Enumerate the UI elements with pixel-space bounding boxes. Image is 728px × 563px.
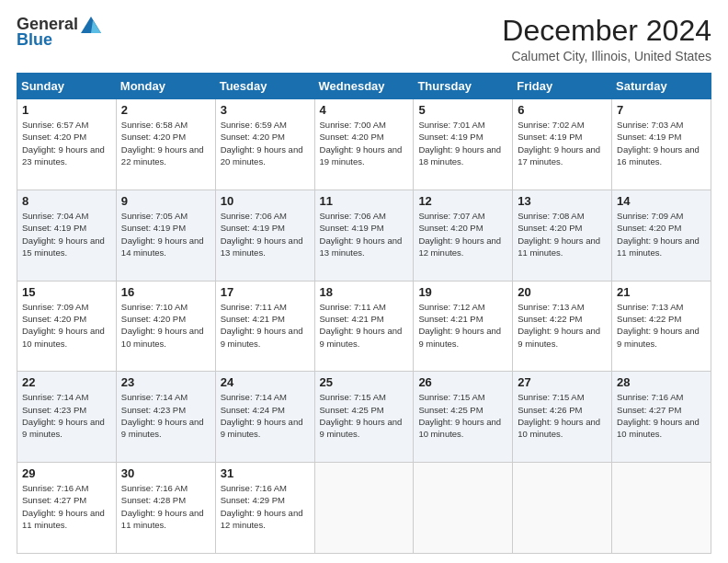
day-number: 5 bbox=[418, 103, 507, 117]
day-number: 21 bbox=[617, 285, 706, 299]
day-number: 20 bbox=[518, 285, 607, 299]
day-number: 16 bbox=[121, 285, 210, 299]
cell-d4: 4 Sunrise: 7:00 AMSunset: 4:20 PMDayligh… bbox=[314, 99, 414, 190]
logo: General Blue bbox=[17, 15, 102, 50]
col-friday: Friday bbox=[513, 74, 612, 99]
col-thursday: Thursday bbox=[414, 74, 513, 99]
cell-d30: 30 Sunrise: 7:16 AMSunset: 4:28 PMDaylig… bbox=[116, 463, 215, 554]
day-number: 8 bbox=[22, 194, 111, 208]
cell-d17: 17 Sunrise: 7:11 AMSunset: 4:21 PMDaylig… bbox=[215, 281, 314, 372]
cell-d10: 10 Sunrise: 7:06 AMSunset: 4:19 PMDaylig… bbox=[215, 190, 314, 281]
day-number: 10 bbox=[221, 194, 310, 208]
cell-d24: 24 Sunrise: 7:14 AMSunset: 4:24 PMDaylig… bbox=[215, 372, 314, 463]
cell-d21: 21 Sunrise: 7:13 AMSunset: 4:22 PMDaylig… bbox=[612, 281, 711, 372]
day-number: 1 bbox=[22, 103, 111, 117]
empty-cell-w4d3 bbox=[314, 463, 414, 554]
cell-d6: 6 Sunrise: 7:02 AMSunset: 4:19 PMDayligh… bbox=[513, 99, 612, 190]
cell-d13: 13 Sunrise: 7:08 AMSunset: 4:20 PMDaylig… bbox=[513, 190, 612, 281]
week-row-4: 22 Sunrise: 7:14 AMSunset: 4:23 PMDaylig… bbox=[17, 372, 711, 463]
week-row-3: 15 Sunrise: 7:09 AMSunset: 4:20 PMDaylig… bbox=[17, 281, 711, 372]
cell-info: Sunrise: 7:15 AMSunset: 4:26 PMDaylight:… bbox=[518, 392, 600, 439]
day-number: 11 bbox=[320, 194, 409, 208]
cell-info: Sunrise: 7:14 AMSunset: 4:23 PMDaylight:… bbox=[22, 392, 105, 439]
day-number: 4 bbox=[320, 103, 409, 117]
title-block: December 2024 Calumet City, Illinois, Un… bbox=[502, 15, 711, 63]
day-number: 29 bbox=[22, 466, 111, 480]
day-number: 22 bbox=[22, 375, 111, 389]
cell-info: Sunrise: 7:14 AMSunset: 4:23 PMDaylight:… bbox=[121, 392, 204, 439]
cell-info: Sunrise: 6:59 AMSunset: 4:20 PMDaylight:… bbox=[221, 120, 303, 167]
empty-cell-w4d6 bbox=[612, 463, 711, 554]
day-number: 31 bbox=[221, 466, 310, 480]
cell-d8: 8 Sunrise: 7:04 AMSunset: 4:19 PMDayligh… bbox=[17, 190, 117, 281]
cell-d19: 19 Sunrise: 7:12 AMSunset: 4:21 PMDaylig… bbox=[414, 281, 513, 372]
cell-info: Sunrise: 7:11 AMSunset: 4:21 PMDaylight:… bbox=[221, 302, 303, 349]
calendar-header-row: Sunday Monday Tuesday Wednesday Thursday… bbox=[17, 74, 711, 99]
cell-d27: 27 Sunrise: 7:15 AMSunset: 4:26 PMDaylig… bbox=[513, 372, 612, 463]
col-wednesday: Wednesday bbox=[314, 74, 414, 99]
cell-info: Sunrise: 7:04 AMSunset: 4:19 PMDaylight:… bbox=[22, 211, 105, 258]
day-number: 15 bbox=[22, 285, 111, 299]
cell-info: Sunrise: 7:00 AMSunset: 4:20 PMDaylight:… bbox=[320, 120, 403, 167]
day-number: 13 bbox=[518, 194, 607, 208]
cell-info: Sunrise: 7:03 AMSunset: 4:19 PMDaylight:… bbox=[617, 120, 700, 167]
cell-d20: 20 Sunrise: 7:13 AMSunset: 4:22 PMDaylig… bbox=[513, 281, 612, 372]
cell-info: Sunrise: 7:02 AMSunset: 4:19 PMDaylight:… bbox=[518, 120, 600, 167]
col-sunday: Sunday bbox=[17, 74, 117, 99]
cell-info: Sunrise: 7:16 AMSunset: 4:27 PMDaylight:… bbox=[617, 392, 700, 439]
day-number: 6 bbox=[518, 103, 607, 117]
cell-d2: 2 Sunrise: 6:58 AMSunset: 4:20 PMDayligh… bbox=[116, 99, 215, 190]
cell-info: Sunrise: 7:10 AMSunset: 4:20 PMDaylight:… bbox=[121, 302, 204, 349]
main-title: December 2024 bbox=[502, 15, 711, 47]
day-number: 9 bbox=[121, 194, 210, 208]
page: General Blue December 2024 Calumet City,… bbox=[0, 0, 728, 563]
day-number: 30 bbox=[121, 466, 210, 480]
cell-d12: 12 Sunrise: 7:07 AMSunset: 4:20 PMDaylig… bbox=[414, 190, 513, 281]
cell-d14: 14 Sunrise: 7:09 AMSunset: 4:20 PMDaylig… bbox=[612, 190, 711, 281]
cell-d29: 29 Sunrise: 7:16 AMSunset: 4:27 PMDaylig… bbox=[17, 463, 117, 554]
week-row-1: 1 Sunrise: 6:57 AMSunset: 4:20 PMDayligh… bbox=[17, 99, 711, 190]
day-number: 12 bbox=[418, 194, 507, 208]
empty-cell-w4d4 bbox=[414, 463, 513, 554]
header: General Blue December 2024 Calumet City,… bbox=[17, 15, 711, 63]
cell-d26: 26 Sunrise: 7:15 AMSunset: 4:25 PMDaylig… bbox=[414, 372, 513, 463]
subtitle: Calumet City, Illinois, United States bbox=[502, 49, 711, 63]
cell-info: Sunrise: 7:16 AMSunset: 4:27 PMDaylight:… bbox=[22, 483, 105, 530]
cell-info: Sunrise: 7:09 AMSunset: 4:20 PMDaylight:… bbox=[22, 302, 105, 349]
day-number: 2 bbox=[121, 103, 210, 117]
logo-blue-text: Blue bbox=[17, 30, 52, 49]
cell-info: Sunrise: 6:57 AMSunset: 4:20 PMDaylight:… bbox=[22, 120, 105, 167]
cell-info: Sunrise: 7:13 AMSunset: 4:22 PMDaylight:… bbox=[617, 302, 700, 349]
week-row-5: 29 Sunrise: 7:16 AMSunset: 4:27 PMDaylig… bbox=[17, 463, 711, 554]
day-number: 7 bbox=[617, 103, 706, 117]
day-number: 19 bbox=[418, 285, 507, 299]
day-number: 27 bbox=[518, 375, 607, 389]
day-number: 25 bbox=[320, 375, 409, 389]
cell-info: Sunrise: 7:05 AMSunset: 4:19 PMDaylight:… bbox=[121, 211, 204, 258]
cell-info: Sunrise: 7:12 AMSunset: 4:21 PMDaylight:… bbox=[418, 302, 501, 349]
cell-info: Sunrise: 7:15 AMSunset: 4:25 PMDaylight:… bbox=[320, 392, 403, 439]
day-number: 14 bbox=[617, 194, 706, 208]
day-number: 23 bbox=[121, 375, 210, 389]
cell-info: Sunrise: 7:14 AMSunset: 4:24 PMDaylight:… bbox=[221, 392, 303, 439]
col-tuesday: Tuesday bbox=[215, 74, 314, 99]
cell-d22: 22 Sunrise: 7:14 AMSunset: 4:23 PMDaylig… bbox=[17, 372, 117, 463]
cell-info: Sunrise: 7:11 AMSunset: 4:21 PMDaylight:… bbox=[320, 302, 403, 349]
cell-info: Sunrise: 7:07 AMSunset: 4:20 PMDaylight:… bbox=[418, 211, 501, 258]
cell-info: Sunrise: 7:16 AMSunset: 4:29 PMDaylight:… bbox=[221, 483, 303, 530]
cell-d11: 11 Sunrise: 7:06 AMSunset: 4:19 PMDaylig… bbox=[314, 190, 414, 281]
cell-info: Sunrise: 7:06 AMSunset: 4:19 PMDaylight:… bbox=[320, 211, 403, 258]
cell-info: Sunrise: 7:09 AMSunset: 4:20 PMDaylight:… bbox=[617, 211, 700, 258]
day-number: 17 bbox=[221, 285, 310, 299]
col-monday: Monday bbox=[116, 74, 215, 99]
cell-d7: 7 Sunrise: 7:03 AMSunset: 4:19 PMDayligh… bbox=[612, 99, 711, 190]
cell-d1: 1 Sunrise: 6:57 AMSunset: 4:20 PMDayligh… bbox=[17, 99, 117, 190]
cell-info: Sunrise: 7:01 AMSunset: 4:19 PMDaylight:… bbox=[418, 120, 501, 167]
cell-d23: 23 Sunrise: 7:14 AMSunset: 4:23 PMDaylig… bbox=[116, 372, 215, 463]
logo-triangle-icon bbox=[80, 16, 102, 34]
cell-info: Sunrise: 7:08 AMSunset: 4:20 PMDaylight:… bbox=[518, 211, 600, 258]
cell-info: Sunrise: 6:58 AMSunset: 4:20 PMDaylight:… bbox=[121, 120, 204, 167]
day-number: 24 bbox=[221, 375, 310, 389]
week-row-2: 8 Sunrise: 7:04 AMSunset: 4:19 PMDayligh… bbox=[17, 190, 711, 281]
cell-d5: 5 Sunrise: 7:01 AMSunset: 4:19 PMDayligh… bbox=[414, 99, 513, 190]
